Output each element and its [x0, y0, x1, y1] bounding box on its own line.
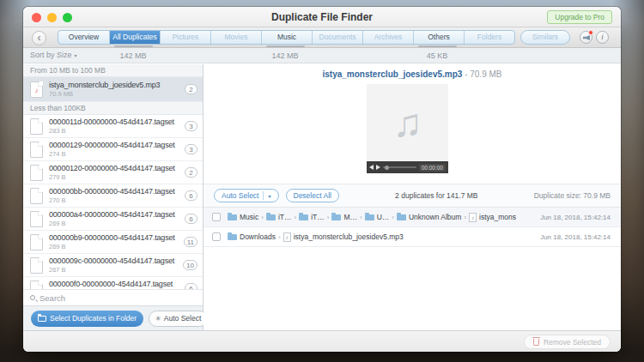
document-icon [30, 142, 43, 158]
desktop-background: Duplicate File Finder Upgrade to Pro ‹ O… [0, 0, 644, 362]
tab-underline-marker [114, 45, 153, 47]
file-path-breadcrumb: Downloads›♪istya_monsterclub_joesidev5.m… [228, 232, 516, 242]
search-input[interactable] [39, 293, 168, 303]
path-segment[interactable]: iT… [278, 213, 292, 221]
sidebar-file-item[interactable]: 00000129-00000000-454d4147.tagset274 B3 [23, 138, 203, 161]
tab-movies[interactable]: Movies [210, 31, 261, 44]
file-size: 267 B [49, 266, 179, 274]
tab-music[interactable]: Music [261, 31, 312, 44]
size-total: 142 MB [99, 51, 167, 60]
file-size: 270 B [49, 196, 181, 204]
button-divider [263, 191, 264, 200]
count-badge: 6 [185, 214, 197, 224]
duplicate-row[interactable]: Downloads›♪istya_monsterclub_joesidev5.m… [204, 227, 621, 247]
path-segment[interactable]: iT… [311, 213, 325, 221]
duplicate-row[interactable]: Music›iT…›iT…›M…›U…›Unknown Album›♪istya… [204, 208, 621, 227]
file-name: 0000011d-00000000-454d4147.tagset [49, 118, 181, 126]
file-name: 000000bb-00000000-454d4147.tagset [49, 187, 181, 196]
title-bar: Duplicate File Finder Upgrade to Pro [23, 7, 621, 27]
info-icon[interactable]: i [596, 31, 609, 44]
chevron-right-icon: › [392, 214, 394, 221]
tab-overview[interactable]: Overview [58, 31, 109, 44]
tab-others[interactable]: Others [413, 31, 464, 44]
volume-icon[interactable] [369, 165, 374, 170]
file-size: 279 B [49, 173, 181, 181]
tab-folders[interactable]: Folders [464, 31, 514, 44]
chevron-down-icon: ▾ [75, 52, 77, 58]
file-size: 70.9 MB [49, 90, 181, 98]
upgrade-to-pro-button[interactable]: Upgrade to Pro [547, 10, 612, 24]
tab-pictures[interactable]: Pictures [160, 31, 210, 44]
duplicates-toolbar: Auto Select ▾ Deselect All 2 duplicates … [204, 184, 621, 208]
select-duplicates-in-folder-button[interactable]: Select Duplicates in Folder [31, 311, 143, 327]
count-badge: 10 [183, 260, 197, 270]
sidebar-file-item[interactable]: 000000bb-00000000-454d4147.tagset270 B6 [23, 184, 203, 208]
sidebar: From 10 MB to 100 MB♪istya_monsterclub_j… [23, 64, 204, 330]
row-checkbox[interactable] [212, 213, 221, 221]
auto-select-icon: ✳ [155, 315, 161, 323]
tab-all-duplicates[interactable]: All Duplicates [109, 31, 160, 44]
sidebar-file-item[interactable]: 000000f0-00000000-454d4147.tagset262 B6 [23, 277, 203, 289]
path-segment[interactable]: Music [240, 213, 258, 221]
play-icon[interactable] [376, 165, 380, 170]
chevron-right-icon: › [360, 214, 362, 221]
category-tabs: OverviewAll DuplicatesPicturesMoviesMusi… [58, 30, 515, 45]
duplicate-groups-list: From 10 MB to 100 MB♪istya_monsterclub_j… [23, 64, 203, 289]
sidebar-file-item[interactable]: 0000011d-00000000-454d4147.tagset283 B3 [23, 115, 203, 138]
sidebar-file-item[interactable]: 0000009c-00000000-454d4147.tagset267 B10 [23, 254, 203, 277]
path-segment[interactable]: Unknown Album [409, 213, 461, 221]
notification-badge [588, 30, 593, 35]
path-segment[interactable]: U… [377, 213, 390, 221]
size-total: 45 KB [403, 51, 471, 60]
sidebar-file-item[interactable]: 00000120-00000000-454d4147.tagset279 B2 [23, 161, 203, 184]
audio-player[interactable]: 00:00:00 [367, 161, 448, 173]
tab-archives[interactable]: Archives [362, 31, 413, 44]
sidebar-file-item[interactable]: 000000b9-00000000-454d4147.tagset269 B11 [23, 231, 203, 254]
seek-knob[interactable] [385, 166, 389, 170]
document-icon [30, 281, 43, 290]
duplicates-summary: 2 duplicates for 141.7 MB [346, 191, 527, 200]
folder-icon [228, 214, 237, 220]
path-segment[interactable]: Downloads [240, 232, 276, 241]
chevron-right-icon: › [278, 233, 281, 241]
sidebar-file-item[interactable]: 000000a4-00000000-454d4147.tagset269 B6 [23, 208, 203, 231]
main-panel: istya_monsterclub_joesidev5.mp3 - 70.9 M… [204, 64, 621, 330]
folder-check-icon [38, 316, 46, 322]
folder-icon [299, 214, 308, 220]
auto-select-button-sidebar[interactable]: ✳ Auto Select [149, 311, 208, 327]
file-size: 269 B [49, 220, 181, 227]
window-title: Duplicate File Finder [23, 11, 621, 23]
duplicate-file-name[interactable]: istya_monsterclub_joesidev5.mp3 [294, 232, 404, 241]
count-badge: 6 [185, 283, 197, 289]
duplicate-file-name[interactable]: istya_monsterclub_joesidev5.mp3 [479, 213, 516, 221]
file-name: 000000f0-00000000-454d4147.tagset [49, 280, 181, 288]
document-icon [30, 257, 43, 274]
notifications-icon[interactable] [580, 31, 592, 44]
sidebar-file-item[interactable]: ♪istya_monsterclub_joesidev5.mp370.9 MB2 [23, 77, 203, 102]
seek-bar[interactable] [383, 166, 416, 168]
path-segment[interactable]: M… [343, 213, 357, 221]
file-name: 00000120-00000000-454d4147.tagset [49, 164, 181, 172]
row-checkbox[interactable] [212, 232, 221, 241]
footer-bar: Remove Selected [23, 330, 621, 352]
music-file-icon: ♪ [283, 232, 291, 242]
file-preview: ♫ 00:00:00 [367, 84, 448, 173]
remove-selected-button[interactable]: Remove Selected [524, 335, 611, 349]
folder-icon [266, 214, 276, 220]
tab-similars[interactable]: Similars [520, 30, 570, 45]
sort-by-size-dropdown[interactable]: Sort by Size ▾ [30, 51, 77, 59]
search-bar [23, 289, 203, 305]
file-path-breadcrumb: Music›iT…›iT…›M…›U…›Unknown Album›♪istya… [228, 213, 516, 222]
count-badge: 3 [185, 121, 197, 131]
deselect-all-button[interactable]: Deselect All [286, 189, 339, 202]
size-total: 142 MB [251, 51, 319, 60]
mp3-file-icon: ♪ [30, 81, 43, 98]
count-badge: 2 [185, 167, 197, 178]
tab-documents[interactable]: Documents [312, 31, 362, 44]
auto-select-dropdown[interactable]: Auto Select ▾ [214, 189, 279, 202]
chevron-right-icon: › [464, 214, 466, 221]
deselect-all-label: Deselect All [294, 191, 331, 200]
folder-icon [365, 214, 374, 220]
sidebar-actions: Select Duplicates in Folder ✳ Auto Selec… [23, 305, 203, 330]
back-button[interactable]: ‹ [32, 31, 46, 45]
